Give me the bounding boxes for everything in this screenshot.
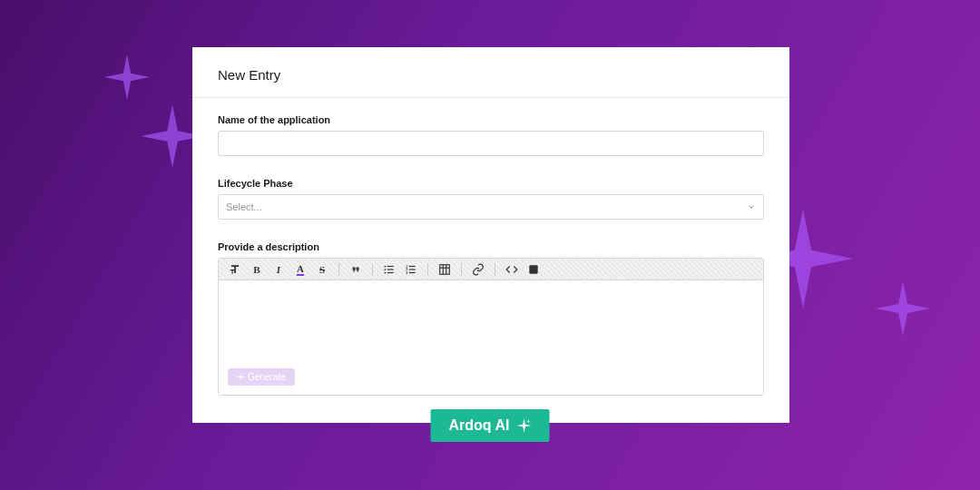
description-label: Provide a description xyxy=(218,241,764,252)
decorative-sparkle xyxy=(876,281,930,336)
phase-select[interactable]: Select... xyxy=(218,194,764,220)
editor-toolbar: B I A S 123 xyxy=(219,259,763,280)
toolbar-separator xyxy=(338,263,339,276)
svg-rect-5 xyxy=(387,271,394,272)
ai-badge-label: Ardoq AI xyxy=(449,417,510,434)
svg-rect-6 xyxy=(409,265,416,266)
sparkle-icon xyxy=(516,418,531,433)
generate-button[interactable]: Generate xyxy=(228,368,295,386)
toolbar-separator xyxy=(372,263,373,276)
svg-rect-12 xyxy=(440,264,450,274)
text-color-icon[interactable]: A xyxy=(293,262,308,277)
italic-icon[interactable]: I xyxy=(271,262,286,277)
toolbar-separator xyxy=(461,263,462,276)
numbered-list-icon[interactable]: 123 xyxy=(404,262,418,277)
rich-text-editor: B I A S 123 xyxy=(218,258,764,396)
form-body: Name of the application Lifecycle Phase … xyxy=(192,98,789,412)
bold-icon[interactable]: B xyxy=(250,262,264,277)
ai-badge: Ardoq AI xyxy=(431,409,550,442)
svg-point-2 xyxy=(384,269,386,270)
svg-rect-16 xyxy=(529,265,537,273)
chevron-down-icon xyxy=(747,202,756,211)
svg-point-4 xyxy=(384,271,386,273)
form-card: New Entry Name of the application Lifecy… xyxy=(192,47,789,423)
name-field-group: Name of the application xyxy=(218,114,764,156)
text-size-icon[interactable] xyxy=(228,262,242,277)
quote-icon[interactable] xyxy=(348,262,363,277)
description-textarea[interactable]: Generate xyxy=(219,280,763,395)
bullet-list-icon[interactable] xyxy=(382,262,397,277)
svg-point-0 xyxy=(384,265,386,267)
svg-rect-8 xyxy=(409,271,416,272)
decorative-sparkle xyxy=(104,54,150,100)
description-field-group: Provide a description B I A S 123 xyxy=(218,241,764,396)
name-input[interactable] xyxy=(218,131,764,156)
phase-field-group: Lifecycle Phase Select... xyxy=(218,178,764,220)
generate-button-label: Generate xyxy=(248,372,286,382)
name-label: Name of the application xyxy=(218,114,764,125)
expand-icon[interactable] xyxy=(526,262,541,277)
strikethrough-icon[interactable]: S xyxy=(315,262,329,277)
link-icon[interactable] xyxy=(471,262,485,277)
svg-text:3: 3 xyxy=(406,270,407,274)
svg-rect-7 xyxy=(409,269,416,270)
code-icon[interactable] xyxy=(505,262,519,277)
phase-placeholder: Select... xyxy=(226,201,262,212)
toolbar-separator xyxy=(427,263,428,276)
svg-rect-3 xyxy=(387,269,394,270)
phase-label: Lifecycle Phase xyxy=(218,178,764,189)
table-icon[interactable] xyxy=(437,262,452,277)
toolbar-separator xyxy=(495,263,495,276)
page-title: New Entry xyxy=(192,47,789,98)
svg-rect-1 xyxy=(387,265,394,266)
